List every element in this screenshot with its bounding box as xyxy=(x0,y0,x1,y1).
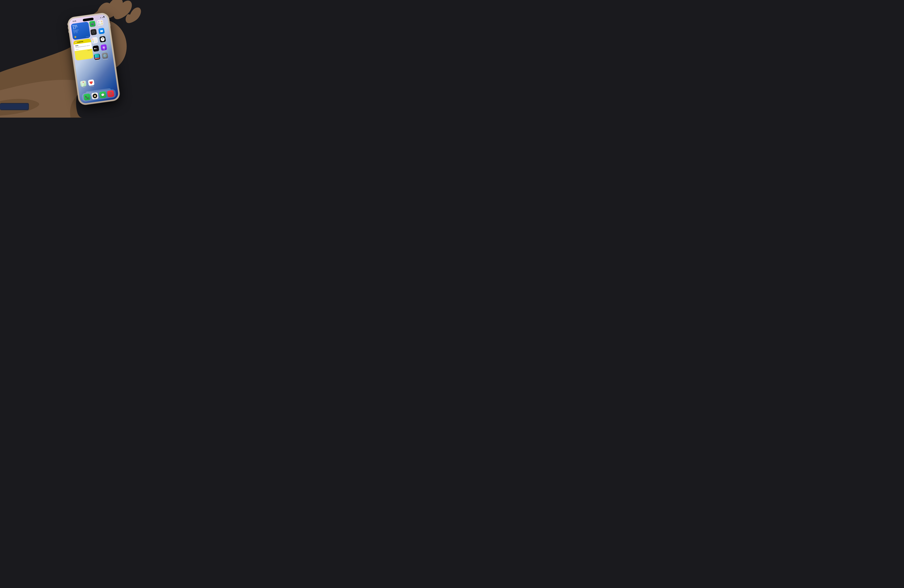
app-wallet-label: Wallet xyxy=(96,60,99,61)
dock-phone-app[interactable]: 📞 xyxy=(83,93,91,101)
app-reminders-wrap[interactable]: Напоминания xyxy=(91,37,99,45)
volume-up-button xyxy=(68,27,68,29)
safari-compass-icon: 🧭 xyxy=(94,95,96,97)
svg-point-9 xyxy=(98,21,99,23)
notes-title: Заметки xyxy=(77,41,83,43)
dock-phone-icon: 📞 xyxy=(83,93,91,101)
dock-music-icon: 🎵 xyxy=(107,90,114,98)
podcast-dot xyxy=(103,47,104,48)
app-maps-label: Карты xyxy=(82,87,85,88)
svg-text:tv: tv xyxy=(96,48,97,49)
svg-point-8 xyxy=(98,23,100,25)
settings-gear-icon: ⚙️ xyxy=(103,53,107,58)
app-facetime-label: FaceTime xyxy=(91,27,95,28)
app-mail-label: Почта xyxy=(101,34,103,35)
apple-tv-logo: tv xyxy=(94,47,98,50)
app-row-5: Wallet ⚙️ Настройки xyxy=(93,52,112,61)
weather-sun-icon: ☀️ xyxy=(74,35,77,38)
photos-flower-svg xyxy=(98,20,103,25)
weather-label: Погода xyxy=(86,36,89,37)
health-heart-icon: ❤️ xyxy=(89,80,93,85)
status-time: 11:21 xyxy=(73,20,76,22)
svg-point-4 xyxy=(99,20,101,21)
weather-widget[interactable]: Москва 17° ☀️ В основном солнечно ↓ 9° xyxy=(71,22,90,40)
app-podcasts-wrap[interactable]: Подкасты xyxy=(100,44,108,52)
app-settings-wrap[interactable]: ⚙️ Настройки xyxy=(101,52,109,60)
app-tv-wrap[interactable]: tv TV xyxy=(92,45,100,53)
svg-point-11 xyxy=(94,48,96,49)
bottom-apps-row: 📍 Карты ❤️ Здоровье xyxy=(79,79,95,88)
app-mail-wrap[interactable]: ✉️ Почта xyxy=(98,28,106,36)
app-photos-icon xyxy=(97,19,104,26)
app-tv-icon: tv xyxy=(93,45,99,52)
svg-point-6 xyxy=(102,22,102,24)
app-camera-wrap[interactable]: Камера xyxy=(90,29,98,37)
app-facetime-wrap[interactable]: 📹 FaceTime xyxy=(89,20,96,28)
scene: 11:21 ▲ ▲ ▊ Москва 17° xyxy=(0,0,181,118)
app-health-wrap[interactable]: ❤️ Здоровье xyxy=(87,79,95,87)
app-clock-icon xyxy=(100,36,106,43)
maps-pin-icon: 📍 xyxy=(82,82,84,84)
app-row-4: tv TV xyxy=(92,44,111,53)
svg-point-7 xyxy=(100,24,101,25)
svg-point-10 xyxy=(100,22,101,23)
notes-widget[interactable]: 📋 Заметки Hello Нет дополнительного текс… xyxy=(73,38,93,61)
volume-down-button xyxy=(68,30,69,33)
svg-rect-2 xyxy=(0,104,28,109)
app-camera-label: Камера xyxy=(92,35,96,37)
app-maps-wrap[interactable]: 📍 Карты xyxy=(79,80,87,88)
app-health-label: Здоровье xyxy=(90,85,94,87)
wifi-icon: ▲ xyxy=(100,17,101,18)
app-photos-wrap[interactable]: Фото xyxy=(96,19,104,27)
app-camera-icon xyxy=(90,29,97,35)
app-wallet-icon xyxy=(94,54,100,60)
signal-icon: ▲ xyxy=(102,16,103,18)
app-health-icon: ❤️ xyxy=(88,79,94,86)
app-maps-icon: 📍 xyxy=(80,80,87,87)
app-photos-label: Фото xyxy=(100,26,102,27)
battery-icon: ▊ xyxy=(103,16,104,18)
app-row-3: Напоминания Часы xyxy=(91,35,109,45)
wallet-card-3 xyxy=(94,54,100,57)
dock-messages-app[interactable]: 💬 xyxy=(99,91,106,98)
svg-point-5 xyxy=(101,20,103,22)
app-settings-icon: ⚙️ xyxy=(102,52,108,59)
app-reminders-icon xyxy=(92,37,98,44)
app-podcasts-icon xyxy=(101,44,107,50)
app-clock-wrap[interactable]: Часы xyxy=(99,36,107,44)
mute-switch xyxy=(67,23,68,25)
app-tv-label: TV xyxy=(96,52,97,53)
dock-music-app[interactable]: 🎵 xyxy=(107,90,114,98)
app-row-2: Камера ✉️ Почта xyxy=(90,27,109,37)
dock-messages-icon: 💬 xyxy=(99,91,106,98)
app-facetime-icon: 📹 xyxy=(89,20,96,27)
status-icons: ▲ ▲ ▊ xyxy=(100,16,104,18)
dock-safari-app[interactable]: 🧭 xyxy=(91,92,99,99)
clock-minute-hand xyxy=(103,38,104,39)
app-clock-label: Часы xyxy=(102,42,104,44)
dock-safari-icon: 🧭 xyxy=(91,92,99,99)
app-wallet-wrap[interactable]: Wallet xyxy=(93,53,101,61)
notes-icon: 📋 xyxy=(75,41,77,43)
app-mail-icon: ✉️ xyxy=(98,28,105,34)
